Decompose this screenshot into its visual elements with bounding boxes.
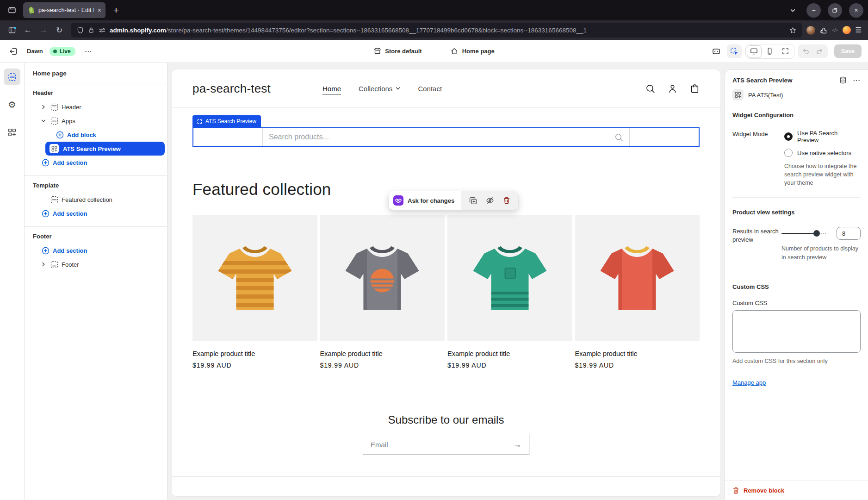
rail-theme-settings-button[interactable]: ⚙	[4, 96, 20, 113]
extension-icon[interactable]	[820, 26, 827, 34]
duplicate-icon[interactable]	[469, 197, 477, 205]
slider-knob[interactable]	[813, 230, 820, 237]
rail-app-embeds-button[interactable]	[4, 124, 20, 141]
search-products-input[interactable]	[269, 133, 610, 141]
sidebar-item-header[interactable]: Header	[32, 100, 160, 114]
widget-mode-options: Use PA Search Preview Use native selecto…	[784, 130, 861, 187]
delete-trash-icon[interactable]	[503, 197, 510, 204]
devtools-code-icon[interactable]: </>	[832, 27, 838, 33]
add-section-label: Add section	[53, 210, 87, 217]
menu-hamburger-icon[interactable]: ☰	[856, 26, 862, 34]
sidebar-item-footer[interactable]: Footer	[32, 257, 160, 271]
profile-avatar[interactable]	[806, 26, 815, 35]
submit-arrow-icon[interactable]: →	[508, 440, 526, 450]
panel-more-icon[interactable]: ···	[853, 77, 861, 84]
ask-for-changes-label: Ask for changes	[408, 197, 454, 204]
add-section-button-footer[interactable]: Add section	[32, 244, 160, 257]
exit-editor-button[interactable]	[6, 44, 20, 58]
results-value-input[interactable]: 8	[837, 227, 861, 240]
product-card[interactable]: Example product title $19.99 AUD	[320, 215, 445, 369]
desktop-view-button[interactable]	[747, 45, 762, 57]
nav-link-collections[interactable]: Collections	[359, 85, 400, 93]
back-button[interactable]: ←	[20, 23, 35, 37]
add-section-button-header[interactable]: Add section	[32, 156, 160, 169]
product-price: $19.99 AUD	[575, 362, 700, 369]
save-button[interactable]: Save	[834, 44, 862, 58]
ats-block-tab-label[interactable]: ATS Search Preview	[192, 115, 261, 127]
nav-link-home[interactable]: Home	[322, 85, 341, 93]
add-section-button-template[interactable]: Add section	[32, 206, 160, 220]
radio-option-pa-search-preview[interactable]: Use PA Search Preview	[784, 130, 861, 144]
search-icon[interactable]	[645, 84, 655, 94]
undo-icon	[802, 47, 810, 55]
address-bar[interactable]: admin.shopify.com/store/pa-search-test/t…	[71, 23, 802, 38]
radio-selected-icon[interactable]	[784, 132, 793, 141]
caret-right-icon[interactable]	[40, 105, 47, 109]
new-tab-button[interactable]: +	[109, 3, 123, 17]
mobile-view-button[interactable]	[763, 45, 777, 57]
sidebar-item-apps[interactable]: Apps	[32, 114, 160, 128]
search-icon[interactable]	[614, 133, 623, 142]
rail-sections-button[interactable]	[4, 69, 20, 85]
manage-app-link[interactable]: Manage app	[732, 379, 766, 386]
radio-unselected-icon[interactable]	[784, 149, 793, 157]
url-text: admin.shopify.com/store/pa-search-test/t…	[110, 27, 785, 34]
search-widget-input-cell	[263, 128, 629, 146]
store-context-selector[interactable]: Store default	[370, 44, 425, 58]
caret-right-icon[interactable]	[40, 262, 47, 267]
cart-bag-icon[interactable]	[690, 84, 700, 94]
product-card[interactable]: Example product title $19.99 AUD	[447, 215, 572, 369]
store-name[interactable]: pa-search-test	[192, 81, 271, 96]
bookmark-star-icon[interactable]	[789, 27, 796, 34]
ats-block-zone: ATS Search Preview Ask for changes	[172, 108, 720, 147]
email-input[interactable]	[371, 441, 508, 449]
add-section-label: Add section	[53, 247, 87, 254]
nav-link-contact[interactable]: Contact	[418, 85, 442, 93]
theme-more-actions-button[interactable]: ···	[82, 44, 96, 58]
live-badge-label: Live	[60, 48, 71, 55]
sidebar-item-featured-collection[interactable]: Featured collection	[32, 193, 160, 206]
add-block-button[interactable]: Add block	[32, 128, 160, 142]
window-minimize-button[interactable]: −	[806, 3, 821, 18]
results-range-slider[interactable]	[781, 229, 826, 238]
caret-down-icon[interactable]	[40, 119, 47, 123]
firefox-feature-icon[interactable]	[843, 26, 851, 34]
sidebar-item-ats-search-preview[interactable]: ATS Search Preview	[45, 142, 165, 156]
mobile-icon	[766, 47, 774, 55]
fullscreen-view-button[interactable]	[778, 45, 793, 57]
selection-corners-icon	[197, 119, 202, 124]
product-card[interactable]: Example product title $19.99 AUD	[575, 215, 700, 369]
firefox-view-button[interactable]	[5, 3, 19, 18]
dynamic-source-icon[interactable]	[839, 76, 847, 84]
hide-eye-slash-icon[interactable]	[486, 196, 494, 205]
app-source-row[interactable]: PA ATS(Test)	[732, 89, 861, 100]
ats-block-tab-text: ATS Search Preview	[205, 118, 256, 125]
remove-block-button[interactable]: Remove block	[725, 481, 868, 500]
section-select-tool-button[interactable]	[727, 44, 742, 58]
group-label-header: Header	[32, 89, 160, 96]
product-card[interactable]: Example product title $19.99 AUD	[192, 215, 317, 369]
browser-tab[interactable]: pa-search-test · Edit Dawn ×	[23, 2, 105, 18]
window-close-button[interactable]: ×	[849, 3, 863, 18]
window-maximize-button[interactable]	[828, 3, 842, 18]
tab-close-icon[interactable]: ×	[98, 7, 101, 13]
reload-button[interactable]: ↻	[52, 23, 67, 37]
account-icon[interactable]	[668, 84, 677, 94]
product-title[interactable]: Example product title	[320, 350, 445, 357]
radio-option-native-selectors[interactable]: Use native selectors	[784, 149, 861, 157]
group-label-footer: Footer	[32, 233, 160, 240]
undo-button[interactable]	[799, 45, 813, 57]
page-selector[interactable]: Home page	[447, 44, 498, 58]
redo-button[interactable]	[813, 45, 827, 57]
preview-inspector-button[interactable]	[709, 44, 723, 58]
product-title[interactable]: Example product title	[447, 350, 572, 357]
ask-for-changes-button[interactable]: Ask for changes	[389, 191, 461, 210]
product-title[interactable]: Example product title	[575, 350, 700, 357]
forward-button[interactable]: →	[36, 23, 51, 37]
tab-list-chevron-button[interactable]	[786, 3, 800, 17]
selected-block-label: ATS Search Preview	[63, 145, 121, 152]
sidebar-toggle-button[interactable]	[5, 23, 19, 37]
product-title[interactable]: Example product title	[192, 350, 317, 357]
topbar-center: Store default Home page	[370, 44, 498, 58]
custom-css-textarea[interactable]	[732, 310, 861, 353]
